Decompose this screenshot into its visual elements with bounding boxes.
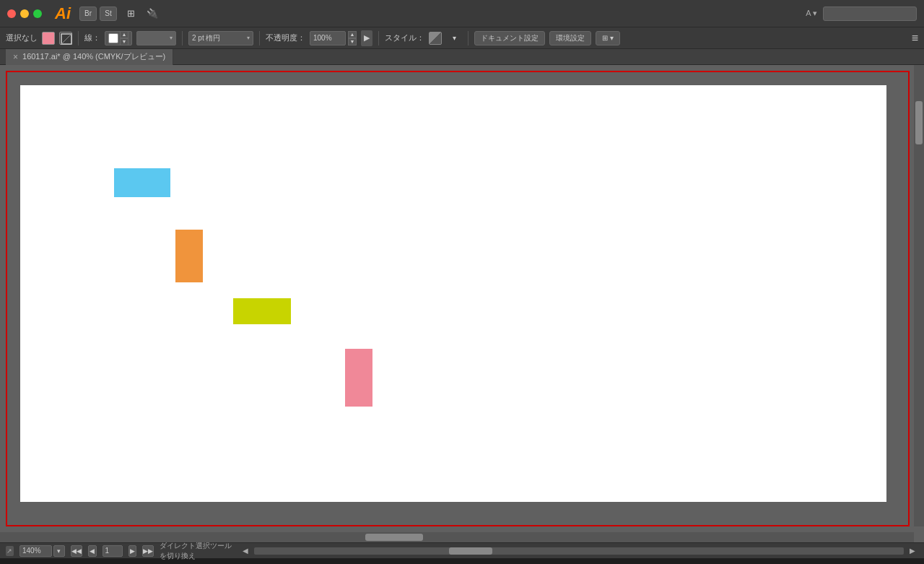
stroke-swatch-inner	[108, 33, 118, 43]
canvas-area[interactable]	[0, 65, 924, 542]
nav-next-button[interactable]: ▶	[128, 545, 137, 557]
search-input[interactable]	[823, 6, 917, 21]
stock-icon[interactable]: St	[100, 6, 117, 21]
title-bar: Ai Br St ⊞ 🔌 A ▾ 選択なし 線：	[0, 0, 924, 49]
separator-5	[468, 31, 468, 45]
fill-color-swatch[interactable]	[42, 32, 55, 45]
shape-pink-rect[interactable]	[345, 349, 372, 407]
arrange-icon[interactable]: ⊞	[123, 6, 139, 22]
opacity-group: ▲ ▼	[310, 31, 357, 45]
top-bar: Ai Br St ⊞ 🔌 A ▾	[0, 0, 924, 27]
side-panel-icon[interactable]: ≡	[912, 32, 918, 45]
stroke-width-text: 2 pt 楕円	[192, 33, 245, 43]
stroke-width-arrow: ▾	[247, 35, 250, 41]
opacity-stepper[interactable]: ▲ ▼	[348, 31, 357, 45]
search-label: A ▾	[806, 9, 817, 18]
style-dropdown[interactable]: ▾	[446, 30, 462, 46]
top-icon-group: Br St	[79, 6, 117, 21]
zoom-dropdown-arrow[interactable]: ▾	[53, 545, 65, 557]
stroke-width-dropdown[interactable]: 2 pt 楕円 ▾	[188, 31, 253, 45]
align-button[interactable]: ⊞ ▾	[596, 31, 620, 45]
export-icon[interactable]: ↗	[6, 546, 14, 556]
stroke-label: 線：	[84, 32, 100, 43]
shape-yellow-rect[interactable]	[233, 298, 291, 324]
status-text: ダイレクト選択ツールを切り換え	[160, 541, 234, 561]
opacity-input[interactable]	[310, 31, 346, 45]
horizontal-scrollbar[interactable]	[0, 532, 914, 542]
stroke-color-swatch[interactable]	[59, 32, 72, 45]
artboard	[20, 85, 886, 502]
horizontal-scroll-thumb[interactable]	[365, 534, 423, 541]
bridge-icon[interactable]: Br	[79, 6, 97, 21]
shape-blue-rect[interactable]	[114, 168, 170, 197]
tab-close-icon[interactable]: ×	[13, 52, 18, 62]
separator-3	[259, 31, 260, 45]
doc-settings-button[interactable]: ドキュメント設定	[474, 31, 545, 45]
scroll-right-button[interactable]: ▶	[907, 546, 918, 556]
zoom-input[interactable]: 140%	[19, 545, 52, 557]
vertical-scroll-thumb[interactable]	[915, 101, 923, 144]
stroke-style-arrow: ▾	[170, 35, 173, 41]
separator-1	[78, 31, 79, 45]
zoom-control: 140% ▾	[19, 545, 65, 557]
opacity-toggle[interactable]: ▶	[361, 30, 372, 46]
style-label: スタイル：	[385, 32, 424, 43]
nav-last-button[interactable]: ▶▶	[142, 545, 154, 557]
page-number-input[interactable]	[103, 545, 123, 557]
close-button[interactable]	[7, 9, 16, 18]
window-controls	[7, 9, 42, 18]
selection-label: 選択なし	[6, 32, 38, 43]
minimize-button[interactable]	[20, 9, 29, 18]
main-area	[0, 65, 924, 542]
nav-first-button[interactable]: ◀◀	[71, 545, 82, 557]
stroke-color-dropdown[interactable]: ▲ ▼	[105, 31, 132, 45]
shape-orange-rect[interactable]	[175, 230, 203, 282]
vertical-scrollbar[interactable]	[914, 65, 924, 526]
horizontal-scroll-track[interactable]	[254, 547, 904, 555]
nav-prev-button[interactable]: ◀	[88, 545, 97, 557]
tab-bar: × 160117.ai* @ 140% (CMYK/プレビュー)	[0, 49, 924, 65]
separator-4	[378, 31, 379, 45]
canvas-border	[6, 71, 910, 526]
app-logo: Ai	[55, 4, 71, 23]
stroke-style-dropdown[interactable]: ▾	[136, 31, 176, 45]
scroll-left-button[interactable]: ◀	[240, 546, 251, 556]
svg-line-1	[61, 34, 71, 44]
env-settings-button[interactable]: 環境設定	[549, 31, 591, 45]
separator-2	[182, 31, 183, 45]
toolbar: 選択なし 線： ▲ ▼ ▾ 2 pt 楕円	[0, 27, 924, 49]
stroke-stepper[interactable]: ▲ ▼	[120, 31, 128, 45]
plugin-icon[interactable]: 🔌	[144, 6, 160, 22]
status-bar: ↗ 140% ▾ ◀◀ ◀ ▶ ▶▶ ダイレクト選択ツールを切り換え ◀ ▶	[0, 542, 924, 558]
search-area: A ▾	[806, 6, 917, 21]
tab-title: 160117.ai* @ 140% (CMYK/プレビュー)	[22, 51, 165, 62]
opacity-label: 不透明度：	[266, 32, 305, 43]
document-tab[interactable]: × 160117.ai* @ 140% (CMYK/プレビュー)	[6, 49, 173, 65]
style-swatch[interactable]	[429, 32, 442, 45]
h-scroll-thumb[interactable]	[449, 547, 492, 555]
status-right: ◀ ▶	[240, 546, 918, 556]
maximize-button[interactable]	[33, 9, 42, 18]
